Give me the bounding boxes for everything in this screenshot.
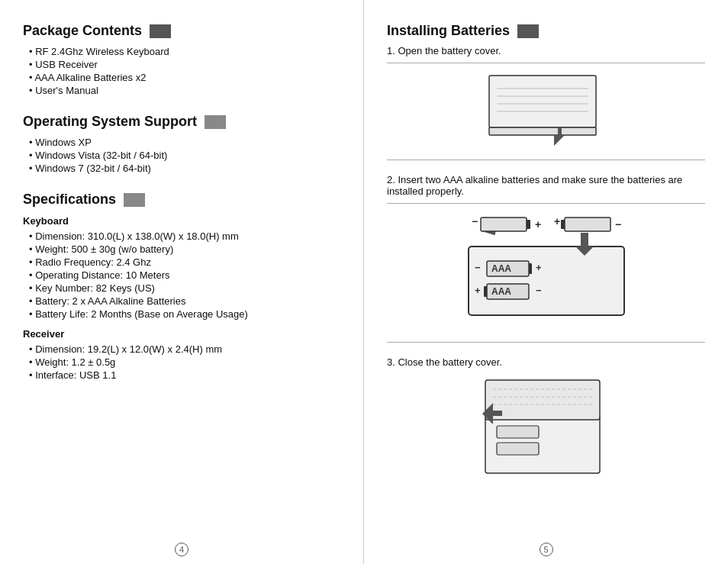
list-item: Key Number: 82 Keys (US) (29, 282, 340, 295)
receiver-subheading: Receiver (23, 328, 340, 340)
svg-rect-0 (489, 76, 596, 127)
svg-text:−: − (536, 285, 542, 296)
step-1-diagram (387, 69, 705, 153)
left-page: Package Contents RF 2.4Ghz Wireless Keyb… (0, 0, 364, 564)
list-item: Weight: 500 ± 30g (w/o battery) (29, 243, 340, 256)
svg-text:+: + (554, 215, 560, 227)
list-item: Dimension: 19.2(L) x 12.0(W) x 2.4(H) mm (29, 343, 340, 356)
step-2-diagram: − + + − − AAA + (387, 210, 705, 336)
step-2-text: 2. Insert two AAA alkaline batteries and… (387, 174, 705, 197)
svg-text:+: + (475, 285, 481, 296)
keyboard-specs-list: Dimension: 310.0(L) x 138.0(W) x 18.0(H)… (23, 230, 340, 321)
specifications-section: Specifications Keyboard Dimension: 310.0… (23, 192, 340, 382)
svg-text:AAA: AAA (491, 263, 511, 274)
heading-bar (124, 193, 145, 207)
list-item: Windows XP (29, 136, 340, 149)
svg-rect-32 (485, 380, 600, 420)
list-item: User's Manual (29, 84, 340, 97)
battery-insert-svg: − + + − − AAA + (455, 210, 638, 336)
svg-text:+: + (535, 218, 541, 230)
svg-text:+: + (536, 262, 542, 273)
step-3-text: 3. Close the battery cover. (387, 356, 705, 368)
step-1: 1. Open the battery cover. (387, 45, 705, 160)
list-item: USB Receiver (29, 58, 340, 71)
svg-rect-16 (469, 247, 624, 315)
receiver-specs-list: Dimension: 19.2(L) x 12.0(W) x 2.4(H) mm… (23, 343, 340, 382)
heading-bar (150, 24, 171, 38)
svg-rect-31 (497, 443, 539, 455)
svg-marker-27 (581, 233, 588, 247)
heading-bar (517, 24, 539, 38)
os-support-section: Operating System Support Windows XP Wind… (23, 114, 340, 175)
list-item: Operating Distance: 10 Meters (29, 269, 340, 282)
list-item: Interface: USB 1.1 (29, 369, 340, 382)
svg-rect-13 (565, 218, 610, 231)
list-item: Windows 7 (32-bit / 64-bit) (29, 162, 340, 175)
step-1-text: 1. Open the battery cover. (387, 45, 705, 56)
list-item: Windows Vista (32-bit / 64-bit) (29, 149, 340, 162)
svg-rect-25 (484, 286, 487, 297)
cover-close-svg (462, 374, 630, 481)
svg-rect-30 (497, 426, 539, 438)
right-page: Installing Batteries 1. Open the battery… (364, 0, 728, 564)
os-support-list: Windows XP Windows Vista (32-bit / 64-bi… (23, 136, 340, 175)
list-item: Weight: 1.2 ± 0.5g (29, 356, 340, 369)
svg-text:−: − (615, 218, 621, 230)
installing-batteries-heading: Installing Batteries (387, 23, 705, 39)
list-item: RF 2.4Ghz Wireless Keyboard (29, 45, 340, 58)
keyboard-subheading: Keyboard (23, 215, 340, 227)
left-page-number: 4 (175, 543, 188, 556)
list-item: Battery: 2 x AAA Alkaline Batteries (29, 295, 340, 308)
svg-rect-20 (529, 263, 532, 274)
step-3: 3. Close the battery cover. (387, 356, 705, 481)
heading-bar (205, 115, 226, 129)
svg-rect-9 (481, 218, 527, 231)
svg-text:−: − (475, 262, 481, 273)
step-2: 2. Insert two AAA alkaline batteries and… (387, 174, 705, 343)
svg-rect-14 (561, 220, 565, 229)
step-3-diagram (387, 374, 705, 481)
svg-text:AAA: AAA (491, 286, 511, 297)
svg-text:−: − (472, 215, 478, 227)
svg-rect-10 (527, 220, 530, 229)
cover-open-svg (470, 69, 623, 153)
os-support-heading: Operating System Support (23, 114, 340, 130)
right-page-number: 5 (540, 543, 553, 556)
list-item: Battery Life: 2 Months (Base on Average … (29, 308, 340, 321)
svg-rect-5 (489, 127, 596, 135)
package-contents-heading: Package Contents (23, 23, 340, 39)
list-item: Radio Frequency: 2.4 Ghz (29, 256, 340, 269)
specifications-heading: Specifications (23, 192, 340, 208)
list-item: Dimension: 310.0(L) x 138.0(W) x 18.0(H)… (29, 230, 340, 243)
package-contents-section: Package Contents RF 2.4Ghz Wireless Keyb… (23, 23, 340, 97)
package-contents-list: RF 2.4Ghz Wireless Keyboard USB Receiver… (23, 45, 340, 97)
list-item: AAA Alkaline Batteries x2 (29, 71, 340, 84)
